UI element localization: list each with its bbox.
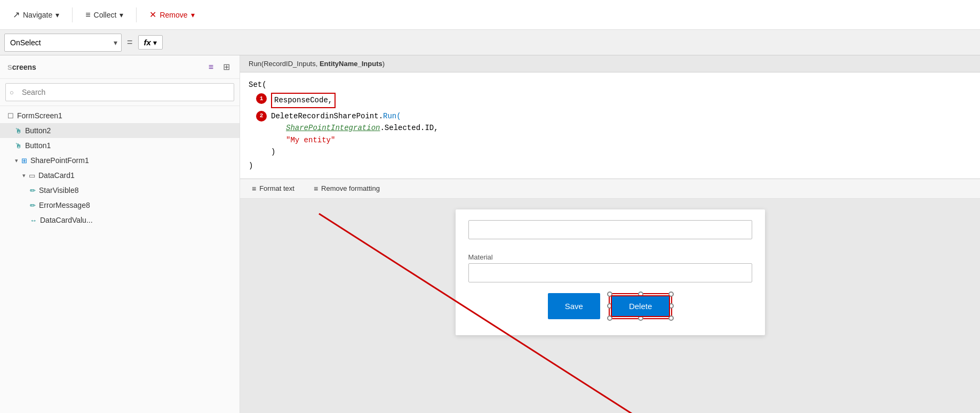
save-button[interactable]: Save [548, 293, 600, 319]
sharepointform1-expand-icon: ▾ [15, 157, 18, 164]
material-label: Material [468, 253, 752, 261]
tree-item-formscreen1[interactable]: ☐ FormScreen1 [0, 108, 240, 123]
code-line-badge1: 1 ResponseCode, [256, 93, 971, 108]
format-text-icon: ≡ [252, 184, 256, 193]
entity-string: "My entity" [286, 136, 335, 144]
code-line-badge2: 2 DeleteRecordinSharePoint.Run( SharePoi… [256, 110, 971, 158]
delete-button-wrapper: Delete [609, 293, 672, 319]
response-code-box: ResponseCode, [271, 93, 336, 108]
tree-item-button2[interactable]: 🖱 Button2 [0, 123, 240, 138]
navigate-button[interactable]: ↗ Navigate ▾ [6, 6, 66, 23]
code-toolbar: ≡ Format text ≡ Remove formatting [240, 179, 980, 199]
form-field-top-input[interactable] [468, 220, 752, 239]
sidebar-title: Screens [7, 63, 36, 71]
code-header-close: ) [383, 60, 385, 68]
form-field-top [468, 220, 752, 245]
datacard1-label: DataCard1 [38, 171, 75, 180]
selected-id-suffix: .Selected.ID, [380, 124, 438, 132]
formscreen1-label: FormScreen1 [17, 111, 62, 120]
collect-label: Collect [94, 11, 117, 19]
fx-icon: fx [144, 38, 151, 47]
button1-label: Button1 [25, 141, 51, 150]
code-header-bold: EntityName_Inputs [320, 60, 383, 68]
property-select-wrapper: OnSelect [4, 34, 122, 52]
delete-func-name: DeleteRecordinSharePoint. [271, 112, 383, 120]
tree-item-errormessage8[interactable]: ✏ ErrorMessage8 [0, 198, 240, 213]
run-func: Run( [383, 112, 401, 120]
sidebar-icons: ≡ ⊞ [206, 61, 232, 73]
remove-label: Remove [160, 11, 187, 19]
code-indent-block: SharePointIntegration.Selected.ID, "My e… [286, 122, 439, 146]
sharepointform1-icon: ⊞ [21, 157, 27, 165]
button1-icon: 🖱 [15, 142, 22, 150]
delete-button[interactable]: Delete [611, 295, 670, 317]
form-field-material: Material [468, 253, 752, 282]
search-input[interactable] [5, 83, 234, 101]
code-editor[interactable]: Set( 1 ResponseCode, 2 DeleteRecordinSha… [240, 72, 980, 179]
form-buttons: Save Delete [468, 293, 752, 319]
list-view-icon[interactable]: ≡ [206, 61, 216, 73]
button2-icon: 🖱 [15, 127, 22, 135]
navigate-icon: ↗ [13, 10, 20, 20]
sidebar: Screens ≡ ⊞ ☐ FormScreen1 🖱 Button2 [0, 55, 240, 413]
sharepoint-integration-ref: SharePointIntegration [286, 124, 380, 132]
tree-item-datacardvalue[interactable]: ↔ DataCardValu... [0, 213, 240, 228]
canvas-area: Material Save Delete [240, 199, 980, 413]
datacardvalue-icon: ↔ [30, 216, 37, 224]
remove-formatting-icon: ≡ [314, 184, 318, 193]
collect-button[interactable]: ≡ Collect ▾ [79, 7, 130, 23]
material-input[interactable] [468, 263, 752, 282]
main-area: Screens ≡ ⊞ ☐ FormScreen1 🖱 Button2 [0, 55, 980, 413]
code-close-inner: ) [271, 146, 439, 158]
format-text-button[interactable]: ≡ Format text [249, 182, 298, 195]
app-form: Material Save Delete [456, 209, 765, 335]
tree-item-datacard1[interactable]: ▾ ▭ DataCard1 [0, 168, 240, 183]
code-close-outer: ) [249, 160, 971, 172]
remove-chevron-icon: ▾ [191, 11, 195, 19]
sharepointform1-label: SharePointForm1 [30, 156, 89, 165]
remove-formatting-button[interactable]: ≡ Remove formatting [310, 182, 383, 195]
code-header-run: Run(RecordID_Inputs, [249, 60, 320, 68]
search-wrapper [5, 83, 234, 101]
search-row [0, 79, 240, 106]
collect-chevron-icon: ▾ [119, 11, 123, 19]
navigate-label: Navigate [23, 11, 52, 19]
tree-item-starvisible8[interactable]: ✏ StarVisible8 [0, 183, 240, 198]
toolbar-divider-1 [72, 7, 73, 22]
sidebar-header: Screens ≡ ⊞ [0, 55, 240, 79]
navigate-chevron-icon: ▾ [55, 11, 59, 19]
starvisible8-icon: ✏ [30, 187, 36, 195]
starvisible8-label: StarVisible8 [39, 186, 78, 195]
collect-icon: ≡ [85, 10, 90, 20]
code-line-sharepoint: SharePointIntegration.Selected.ID, [286, 122, 439, 134]
badge-1: 1 [256, 93, 267, 104]
tree-item-sharepointform1[interactable]: ▾ ⊞ SharePointForm1 [0, 153, 240, 168]
toolbar: ↗ Navigate ▾ ≡ Collect ▾ ✕ Remove ▾ [0, 0, 980, 30]
property-select[interactable]: OnSelect [4, 34, 122, 52]
badge-2: 2 [256, 111, 267, 122]
remove-formatting-label: Remove formatting [321, 184, 380, 192]
equals-sign: = [127, 37, 133, 48]
grid-view-icon[interactable]: ⊞ [221, 61, 232, 73]
toolbar-divider-2 [136, 7, 137, 22]
remove-icon: ✕ [149, 10, 156, 20]
right-area: Run(RecordID_Inputs, EntityName_Inputs) … [240, 55, 980, 413]
formscreen-icon: ☐ [7, 112, 14, 120]
tree-item-button1[interactable]: 🖱 Button1 [0, 138, 240, 153]
errormessage8-label: ErrorMessage8 [39, 201, 90, 209]
code-block-badge2: DeleteRecordinSharePoint.Run( SharePoint… [271, 110, 439, 158]
errormessage8-icon: ✏ [30, 201, 36, 209]
datacard1-icon: ▭ [29, 172, 35, 180]
format-text-label: Format text [259, 184, 294, 192]
fx-chevron-icon: ▾ [153, 38, 157, 47]
remove-button[interactable]: ✕ Remove ▾ [143, 6, 201, 23]
code-header: Run(RecordID_Inputs, EntityName_Inputs) [240, 55, 980, 72]
tree-area: ☐ FormScreen1 🖱 Button2 🖱 Button1 ▾ ⊞ Sh… [0, 106, 240, 413]
code-line-entity: "My entity" [286, 134, 439, 146]
formula-bar: OnSelect = fx ▾ [0, 30, 980, 55]
datacardvalue-label: DataCardValu... [40, 216, 93, 224]
code-line-set: Set( [249, 79, 971, 91]
button2-label: Button2 [25, 126, 51, 135]
fx-button[interactable]: fx ▾ [138, 35, 163, 50]
datacard1-expand-icon: ▾ [22, 172, 26, 179]
